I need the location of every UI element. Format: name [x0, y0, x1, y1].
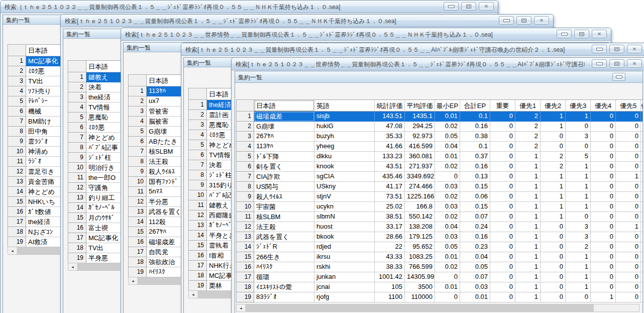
table-cell[interactable]: 3: [566, 222, 591, 232]
column-header-3[interactable]: 統計評価: [375, 100, 405, 112]
table-cell[interactable]: US関与: [254, 182, 314, 192]
table-cell[interactable]: hukiG: [314, 122, 375, 132]
table-cell[interactable]: 1: [515, 172, 541, 182]
table-cell[interactable]: 0: [490, 262, 515, 272]
table-cell[interactable]: 0: [435, 172, 460, 182]
table-cell[interactable]: 41.66: [375, 142, 405, 152]
window-titlebar[interactable]: 検索［ｔｈｅ２５１０２２＿＿質量制御再現公表１．５＿＿ｼﾞｪﾄﾞ霊界ﾗｼﾞｵ再現…: [1, 1, 498, 13]
close-button[interactable]: ✕: [592, 30, 607, 38]
table-cell[interactable]: knook: [314, 162, 375, 172]
table-cell[interactable]: 2: [515, 122, 541, 132]
table-row[interactable]: 1983ﾗｼﾞｵrjofg110011000000.01010010: [237, 292, 643, 302]
table-cell[interactable]: 0: [490, 112, 515, 122]
table-cell[interactable]: 95.652: [405, 242, 435, 252]
table-cell[interactable]: 0: [616, 212, 641, 222]
table-cell[interactable]: 83ﾗｼﾞｵ: [254, 292, 314, 302]
close-button[interactable]: ✕: [627, 45, 642, 53]
table-cell[interactable]: 0.16: [460, 232, 490, 242]
table-cell[interactable]: 1: [541, 192, 566, 202]
table-cell[interactable]: yheeg: [314, 142, 375, 152]
table-cell[interactable]: 0: [566, 212, 591, 222]
minimize-button[interactable]: [592, 45, 607, 53]
table-cell[interactable]: 110000: [405, 292, 435, 302]
table-cell[interactable]: 1: [515, 272, 541, 282]
table-row[interactable]: 11核SLBMslbmN38.51550.1420.020.07011000: [237, 212, 643, 222]
table-cell[interactable]: 0.01: [460, 292, 490, 302]
table-cell[interactable]: 28.66: [375, 232, 405, 242]
table-cell[interactable]: junkan: [314, 272, 375, 282]
table-cell[interactable]: 1: [541, 202, 566, 212]
window-titlebar[interactable]: 検索[ｔｈｅ２５１０２３＿＿質量制御再現公表１．５＿＿ｼﾞｪﾄﾞ霊界ﾗｼﾞｵ再現…: [61, 15, 553, 27]
table-row[interactable]: 14ｼﾞｪﾄﾞRrdjed2295.6520.050.23010200: [237, 242, 643, 252]
table-cell[interactable]: 0: [591, 272, 616, 282]
table-cell[interactable]: 1: [515, 192, 541, 202]
horizontal-scrollbar[interactable]: ◄: [236, 304, 639, 312]
table-cell[interactable]: 0.04: [435, 142, 460, 152]
table-cell[interactable]: sisjb: [314, 112, 375, 122]
table-cell[interactable]: rjofg: [314, 292, 375, 302]
table-cell[interactable]: 0: [541, 132, 566, 142]
table-row[interactable]: 12法王殺huost33.17138.2080.040.24010301: [237, 222, 643, 232]
table-cell[interactable]: 35.33: [375, 132, 405, 142]
table-cell[interactable]: huost: [314, 222, 375, 232]
table-cell[interactable]: 0.02: [435, 192, 460, 202]
table-cell[interactable]: 0: [591, 192, 616, 202]
table-cell[interactable]: 0: [591, 202, 616, 212]
panel-minimize-button[interactable]: [612, 73, 625, 81]
table-cell[interactable]: 0: [616, 242, 641, 252]
table-row[interactable]: 8US関与USkny41.17274.4660.030.15011100: [237, 182, 643, 192]
minimize-button[interactable]: [557, 30, 572, 38]
table-cell[interactable]: 0.04: [435, 222, 460, 232]
column-header-6[interactable]: 合計EP: [460, 100, 490, 112]
panel-titlebar[interactable]: 集約一覧: [235, 71, 642, 83]
table-cell[interactable]: 0.06: [460, 192, 490, 202]
table-cell[interactable]: 166.8: [405, 202, 435, 212]
scroll-left-icon[interactable]: ◄: [189, 291, 198, 298]
table-cell[interactable]: 0: [591, 162, 616, 172]
table-row[interactable]: 1磁場歳差sisjb143.511435.10.010.1021100: [237, 112, 643, 122]
table-cell[interactable]: 1100: [375, 292, 405, 302]
table-row[interactable]: 4113ﾔﾊyheeg41.66416.5990.040.1020000: [237, 142, 643, 152]
table-row[interactable]: 18ｲｴｽｷﾘｽﾄの愛jcnai10535000.010.03010100: [237, 282, 643, 292]
table-cell[interactable]: 0: [616, 232, 641, 242]
table-cell[interactable]: 1: [591, 292, 616, 302]
table-cell[interactable]: 1: [515, 212, 541, 222]
table-cell[interactable]: 416.599: [405, 142, 435, 152]
table-cell[interactable]: 0.07: [460, 212, 490, 222]
table-cell[interactable]: 1: [566, 182, 591, 192]
table-row[interactable]: 2G崩壊hukiG47.08294.250.020.16021000: [237, 122, 643, 132]
column-header-9[interactable]: 優先2: [541, 100, 566, 112]
table-cell[interactable]: 1: [515, 262, 541, 272]
restore-button[interactable]: [461, 2, 476, 11]
table-cell[interactable]: jcnai: [314, 282, 375, 292]
table-cell[interactable]: rdjed: [314, 242, 375, 252]
table-cell[interactable]: 磁場歳差: [254, 112, 314, 122]
table-cell[interactable]: 0: [616, 142, 641, 152]
table-cell[interactable]: 0: [591, 172, 616, 182]
restore-button[interactable]: [574, 30, 589, 38]
scrollbar-thumb[interactable]: [17, 247, 60, 254]
table-cell[interactable]: ｼﾞｪﾄﾞR: [254, 242, 314, 252]
table-cell[interactable]: 0: [541, 272, 566, 282]
table-cell[interactable]: 0.02: [435, 262, 460, 272]
table-cell[interactable]: 0.05: [435, 132, 460, 142]
table-cell[interactable]: 1: [566, 112, 591, 122]
table-cell[interactable]: 0: [591, 122, 616, 132]
table-cell[interactable]: 0.02: [435, 122, 460, 132]
table-cell[interactable]: 0: [490, 202, 515, 212]
table-cell[interactable]: 3500: [405, 282, 435, 292]
table-cell[interactable]: 0: [591, 232, 616, 242]
column-header-1[interactable]: 日本語: [254, 100, 314, 112]
column-header-5[interactable]: 最小EP: [435, 100, 460, 112]
table-cell[interactable]: 武器を置く: [254, 232, 314, 242]
table-cell[interactable]: 1: [515, 162, 541, 172]
table-cell[interactable]: 2: [515, 112, 541, 122]
table-cell[interactable]: 0.16: [460, 162, 490, 172]
table-cell[interactable]: 0: [566, 122, 591, 132]
restore-button[interactable]: [516, 16, 531, 25]
table-cell[interactable]: 0.03: [435, 202, 460, 212]
table-cell[interactable]: 0.38: [460, 132, 490, 142]
table-row[interactable]: 9殺人ｳｲﾙｽstjnV73.511225.1660.020.06011100: [237, 192, 643, 202]
table-cell[interactable]: 法王殺: [254, 222, 314, 232]
table-cell[interactable]: 1: [566, 202, 591, 212]
